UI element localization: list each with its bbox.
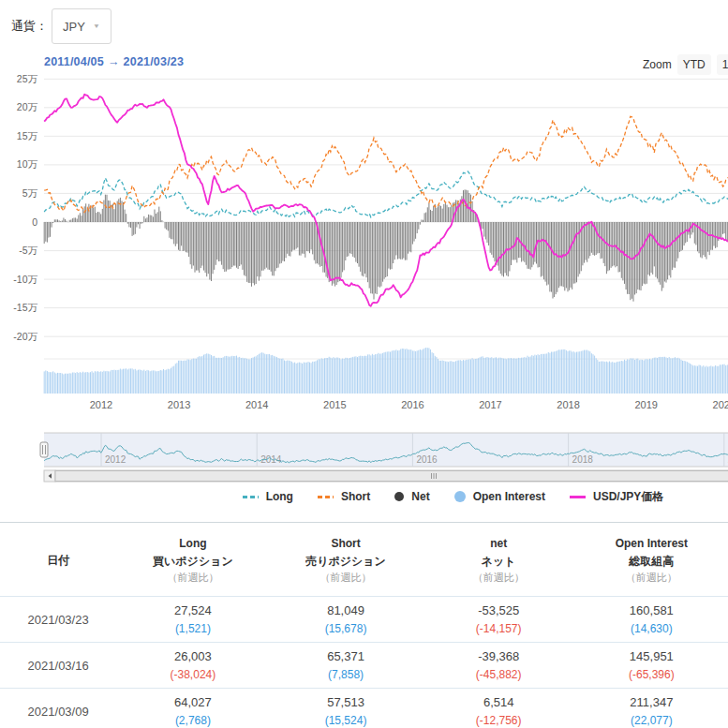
table-header: 日付 Long買いポジション（前週比） Short売りポジション（前週比） ne… xyxy=(0,523,728,596)
currency-label: 通貨： xyxy=(11,18,48,35)
chart-canvas[interactable]: 25万20万15万10万5万0-5万-10万-15万-20万2012201320… xyxy=(0,52,728,484)
cell-net: 6,514(-12,756) xyxy=(423,693,575,728)
scrollbar[interactable] xyxy=(44,470,728,482)
cell-short: 81,049(15,678) xyxy=(269,602,422,637)
legend-label: Long xyxy=(266,490,293,503)
svg-text:2014: 2014 xyxy=(245,399,268,410)
svg-text:2015: 2015 xyxy=(323,399,346,410)
cell-open-interest: 211,347(22,077) xyxy=(575,693,728,728)
legend-item-open-interest[interactable]: Open Interest xyxy=(454,490,545,503)
svg-text:20万: 20万 xyxy=(17,101,38,112)
currency-select[interactable]: JPY ▼ xyxy=(52,8,111,44)
scrollbar-left-arrow[interactable] xyxy=(44,470,55,482)
zoom-label: Zoom xyxy=(643,58,672,71)
short-dash-icon xyxy=(318,496,334,498)
svg-text:2019: 2019 xyxy=(634,399,657,410)
cell-open-interest: 160,581(14,630) xyxy=(575,602,728,637)
legend-item-net[interactable]: Net xyxy=(394,490,429,503)
currency-value: JPY xyxy=(63,20,85,34)
range-end[interactable]: 2021/03/23 xyxy=(124,55,185,68)
cell-long: 26,003(-38,024) xyxy=(116,647,269,683)
svg-text:-20万: -20万 xyxy=(13,331,37,342)
zoom-1y-button[interactable]: 1Y xyxy=(717,54,728,75)
legend-item-short[interactable]: Short xyxy=(318,490,370,503)
svg-text:5万: 5万 xyxy=(22,187,38,199)
svg-text:2013: 2013 xyxy=(168,399,190,410)
legend-item-long[interactable]: Long xyxy=(243,490,293,503)
legend-label: Short xyxy=(341,490,370,503)
legend-label: Open Interest xyxy=(473,490,545,503)
scrollbar-thumb[interactable] xyxy=(55,471,728,482)
net-bars xyxy=(44,189,728,301)
svg-text:25万: 25万 xyxy=(17,73,38,84)
svg-text:-15万: -15万 xyxy=(13,302,37,313)
svg-text:2020: 2020 xyxy=(713,399,728,410)
open-interest-bars xyxy=(44,348,728,394)
currency-bar: 通貨： JPY ▼ xyxy=(0,0,728,52)
cell-date: 2021/03/16 xyxy=(0,659,116,673)
svg-text:2012: 2012 xyxy=(90,399,112,410)
cell-short: 65,371(7,858) xyxy=(269,647,422,683)
svg-text:15万: 15万 xyxy=(17,130,38,141)
col-header-short: Short売りポジション（前週比） xyxy=(269,535,422,586)
cell-net: -39,368(-45,882) xyxy=(423,647,575,683)
navigator[interactable]: 20122014201620182020 xyxy=(40,433,728,467)
table-row: 2021/03/16 26,003(-38,024) 65,371(7,858)… xyxy=(0,642,728,688)
svg-text:-5万: -5万 xyxy=(19,245,37,256)
svg-text:-10万: -10万 xyxy=(13,274,37,285)
x-axis-labels: 2012201320142015201620172018201920202021 xyxy=(90,399,728,410)
svg-text:2018: 2018 xyxy=(557,399,579,410)
cell-date: 2021/03/23 xyxy=(0,613,116,627)
svg-text:10万: 10万 xyxy=(17,158,38,170)
zoom-ytd-button[interactable]: YTD xyxy=(677,54,711,75)
navigator-mask[interactable] xyxy=(44,433,728,467)
cell-open-interest: 145,951(-65,396) xyxy=(575,647,728,683)
net-dot-icon xyxy=(394,492,404,501)
cell-long: 64,027(2,768) xyxy=(116,693,269,728)
svg-text:2016: 2016 xyxy=(416,454,438,465)
cell-long: 27,524(1,521) xyxy=(116,602,269,637)
y-axis-labels: 25万20万15万10万5万0-5万-10万-15万-20万 xyxy=(13,73,37,342)
svg-text:2016: 2016 xyxy=(401,399,423,410)
positions-chart[interactable]: 2011/04/05→2021/03/23 Zoom YTD 1Y 25万20万… xyxy=(0,52,728,484)
zoom-controls: Zoom YTD 1Y xyxy=(643,54,728,75)
navigator-handle-left[interactable] xyxy=(40,442,48,457)
cell-date: 2021/03/09 xyxy=(0,705,116,719)
cell-net: -53,525(-14,157) xyxy=(423,602,575,637)
long-line xyxy=(44,171,728,217)
open-interest-dot-icon xyxy=(454,491,466,502)
usdjpy-line-icon xyxy=(570,496,586,498)
table-row: 2021/03/23 27,524(1,521) 81,049(15,678) … xyxy=(0,596,728,642)
col-header-date: 日付 xyxy=(0,552,116,570)
date-range[interactable]: 2011/04/05→2021/03/23 xyxy=(44,55,184,68)
svg-text:2017: 2017 xyxy=(479,399,501,410)
col-header-open-interest: Open Interest総取組高（前週比） xyxy=(575,535,728,586)
legend-item-usdjpy[interactable]: USD/JPY価格 xyxy=(570,489,663,505)
range-start[interactable]: 2011/04/05 xyxy=(44,55,104,68)
table-row: 2021/03/09 64,027(2,768) 57,513(15,524) … xyxy=(0,688,728,728)
col-header-long: Long買いポジション（前週比） xyxy=(116,535,269,586)
legend-label: USD/JPY価格 xyxy=(593,489,663,505)
range-arrow-icon: → xyxy=(104,55,124,68)
main-gridlines xyxy=(44,79,728,336)
svg-text:2012: 2012 xyxy=(105,454,126,465)
positions-table: 日付 Long買いポジション（前週比） Short売りポジション（前週比） ne… xyxy=(0,522,728,728)
cell-short: 57,513(15,524) xyxy=(269,693,422,728)
chevron-down-icon: ▼ xyxy=(93,22,100,29)
svg-text:2018: 2018 xyxy=(572,454,594,465)
long-dash-icon xyxy=(243,496,259,498)
legend-label: Net xyxy=(411,490,429,503)
col-header-net: netネット（前週比） xyxy=(423,535,575,586)
chart-legend: Long Short Net Open Interest USD/JPY価格 xyxy=(89,488,728,505)
svg-text:0: 0 xyxy=(32,216,37,228)
